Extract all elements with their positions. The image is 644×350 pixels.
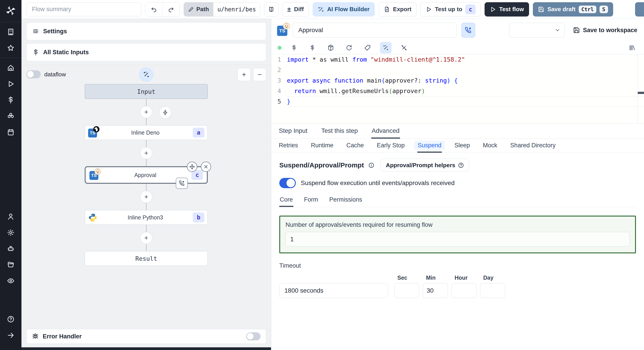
- save-to-workspace-button[interactable]: Save to workspace: [573, 27, 637, 34]
- code-line[interactable]: 5}: [271, 96, 644, 107]
- suspend-tab-core[interactable]: Core: [279, 194, 294, 207]
- timeout-sec-input[interactable]: [394, 283, 419, 298]
- code-line[interactable]: 1import * as wmill from "windmill-client…: [271, 54, 644, 65]
- subtab-mock[interactable]: Mock: [482, 139, 498, 153]
- graph-node-approval-selected[interactable]: TS Approval c: [85, 166, 208, 184]
- all-static-inputs-card[interactable]: All Static Inputs: [26, 43, 266, 61]
- step-detail-panel: TS Save to workspace: [271, 19, 644, 350]
- insert-step-button[interactable]: +: [140, 106, 152, 118]
- error-handler-toggle[interactable]: [246, 332, 260, 341]
- test-up-to-button[interactable]: Test up to c: [420, 2, 481, 16]
- sidebar-item-folders[interactable]: [4, 258, 18, 271]
- error-handler-card[interactable]: Error Handler: [26, 329, 266, 344]
- timeout-day-input[interactable]: [480, 283, 505, 298]
- sidebar-item-help[interactable]: [4, 313, 18, 326]
- suspend-enable-toggle[interactable]: [279, 178, 296, 188]
- redo-button[interactable]: [162, 2, 180, 16]
- insert-step-button[interactable]: +: [140, 147, 152, 159]
- trigger-zap-button[interactable]: [159, 107, 171, 119]
- tab-advanced[interactable]: Advanced: [371, 124, 400, 139]
- deploy-button-partial[interactable]: [635, 2, 644, 16]
- graph-node-inline-python3[interactable]: Inline Python3 b: [85, 210, 208, 225]
- subtab-sleep[interactable]: Sleep: [454, 139, 470, 153]
- zap-icon: [162, 110, 168, 115]
- timeout-summary-input[interactable]: [279, 283, 388, 298]
- dataflow-toggle[interactable]: [26, 70, 41, 78]
- code-editor[interactable]: 1import * as wmill from "windmill-client…: [271, 54, 644, 124]
- subtab-runtime[interactable]: Runtime: [310, 139, 334, 153]
- library-button[interactable]: [626, 42, 638, 54]
- code-line[interactable]: 4 return wmill.getResumeUrls(approver): [271, 86, 644, 96]
- variables-dollar-button[interactable]: [288, 42, 300, 54]
- package-button[interactable]: [325, 42, 336, 54]
- line-number: 4: [271, 87, 287, 94]
- insert-step-button[interactable]: +: [140, 232, 152, 244]
- sidebar-item-variables[interactable]: [4, 93, 18, 107]
- sidebar-item-settings[interactable]: [4, 226, 18, 239]
- subtab-suspend[interactable]: Suspend: [417, 139, 442, 153]
- graph-node-result[interactable]: Result: [85, 251, 208, 266]
- graph-node-input[interactable]: Input: [85, 84, 208, 99]
- sidebar-item-workspace[interactable]: [4, 25, 18, 39]
- resources-dollar-button[interactable]: [306, 42, 318, 54]
- move-node-button[interactable]: [187, 162, 197, 172]
- zoom-in-button[interactable]: +: [238, 68, 250, 81]
- suspend-approval-indicator[interactable]: [176, 178, 188, 189]
- path-value[interactable]: u/henri/bes: [213, 2, 260, 16]
- windmill-logo[interactable]: [4, 4, 17, 17]
- flow-settings-card[interactable]: Settings: [26, 22, 266, 40]
- subtab-cache[interactable]: Cache: [346, 139, 364, 153]
- info-icon[interactable]: [368, 162, 374, 168]
- suspend-phone-button[interactable]: [462, 23, 475, 37]
- format-button[interactable]: [362, 42, 373, 54]
- subtab-shared-directory[interactable]: Shared Directory: [510, 139, 556, 153]
- ai-assistant-button[interactable]: [380, 42, 392, 54]
- approval-prompt-helpers-button[interactable]: Approval/Prompt helpers: [380, 159, 469, 172]
- zoom-out-button[interactable]: −: [253, 68, 266, 81]
- subtab-retries[interactable]: Retries: [278, 139, 298, 153]
- timeout-hour-input[interactable]: [452, 283, 476, 298]
- ai-assistant-off-button[interactable]: [398, 42, 410, 54]
- save-draft-button[interactable]: Save draft Ctrl S: [533, 2, 613, 16]
- code-line[interactable]: 3export async function main(approver?: s…: [271, 75, 644, 86]
- reset-button[interactable]: [343, 42, 355, 54]
- sidebar-collapse-button[interactable]: [4, 329, 18, 342]
- sidebar-item-favorites[interactable]: [4, 41, 18, 55]
- sidebar-item-runs[interactable]: [4, 77, 18, 91]
- graph-connector: +: [140, 225, 152, 251]
- tab-test-this-step[interactable]: Test this step: [321, 124, 358, 139]
- delete-node-button[interactable]: [201, 162, 211, 172]
- flow-graph: Input + TS Inline Deno a: [22, 84, 271, 266]
- approvals-required-input[interactable]: [286, 232, 630, 247]
- typescript-deno-icon: TS: [88, 128, 98, 138]
- insert-step-button[interactable]: +: [140, 191, 152, 203]
- code-line[interactable]: 2: [271, 65, 644, 75]
- test-flow-button[interactable]: Test flow: [484, 2, 529, 16]
- editor-scrollbar-thumb[interactable]: [638, 92, 644, 94]
- subtab-early-stop[interactable]: Early Stop: [376, 139, 405, 153]
- play-icon: [7, 80, 14, 88]
- sidebar-item-home[interactable]: [4, 61, 18, 75]
- ai-flow-builder-button[interactable]: AI Flow Builder: [312, 2, 374, 16]
- suspend-tab-permissions[interactable]: Permissions: [329, 194, 363, 207]
- sidebar-item-workers[interactable]: [4, 242, 18, 255]
- timeout-min-input[interactable]: [423, 283, 448, 298]
- step-name-input[interactable]: [293, 23, 456, 37]
- docs-button[interactable]: [264, 2, 278, 16]
- flow-summary-input[interactable]: [26, 2, 141, 16]
- sidebar-item-resources[interactable]: [4, 109, 18, 123]
- sidebar-item-schedules[interactable]: [4, 126, 18, 139]
- sidebar-item-audit[interactable]: [4, 274, 18, 288]
- export-button[interactable]: Export: [378, 2, 416, 16]
- close-icon: [203, 164, 209, 170]
- tab-step-input[interactable]: Step Input: [278, 124, 308, 139]
- sidebar-item-account[interactable]: [4, 210, 18, 223]
- undo-button[interactable]: [145, 2, 162, 16]
- diff-button[interactable]: ± Diff: [282, 2, 309, 16]
- script-version-select[interactable]: [509, 23, 564, 37]
- edit-path-button[interactable]: Path: [184, 2, 213, 16]
- dollar-icon: [32, 49, 39, 56]
- graph-node-inline-deno[interactable]: TS Inline Deno a: [85, 125, 208, 140]
- ai-graph-wand-button[interactable]: [139, 67, 154, 82]
- suspend-tab-form[interactable]: Form: [304, 194, 319, 207]
